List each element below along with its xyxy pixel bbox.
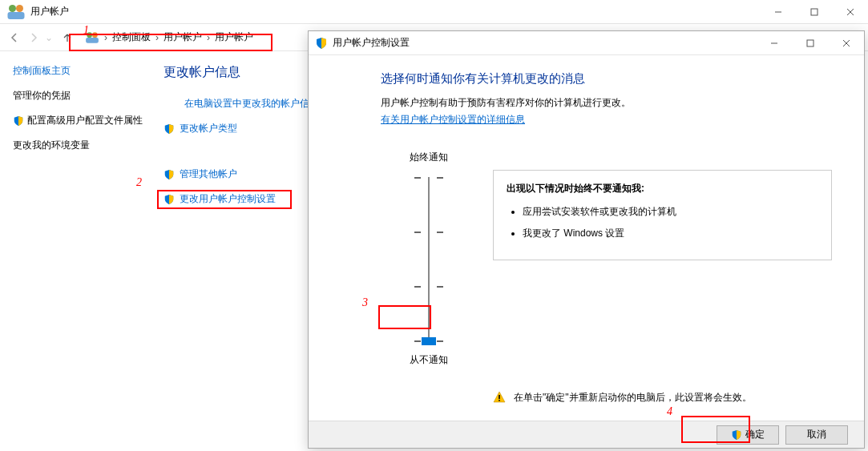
maximize-button[interactable] [796,0,832,24]
shield-icon [315,37,328,50]
svg-rect-11 [807,40,813,46]
sidebar: 控制面板主页 管理你的凭据 配置高级用户配置文件属性 更改我的环境变量 [0,64,144,217]
dialog-window-controls [756,31,864,55]
shield-icon [731,429,742,441]
slider-label-always: 始终通知 [410,151,448,164]
dialog-heading: 选择何时通知你有关计算机更改的消息 [381,71,832,87]
nav-up-button[interactable] [58,28,77,47]
slider-area: 始终通知 从不通知 出现以下情况时始终不要通知我: 应用尝试安装软件或更改我的计… [381,151,832,367]
info-item: 应用尝试安装软件或更改我的计算机 [523,205,818,219]
svg-point-8 [92,32,98,38]
slider-rail [428,177,430,340]
shield-icon [164,194,175,205]
breadcrumb-item-0[interactable]: 控制面板 [109,29,154,46]
svg-point-7 [87,32,92,38]
dialog-description: 用户帐户控制有助于预防有害程序对你的计算机进行更改。 [381,96,832,110]
breadcrumb-item-1[interactable]: 用户帐户 [160,29,205,46]
breadcrumb-icon [85,30,99,45]
option-change-uac[interactable]: 更改用户帐户控制设置 [164,192,319,206]
sidebar-label: 配置高级用户配置文件属性 [27,114,143,127]
warning-text: 在单击"确定"并重新启动你的电脑后，此设置将会生效。 [514,391,752,405]
shield-icon [13,115,24,127]
nav-forward-button[interactable] [24,28,43,47]
sidebar-label: 管理你的凭据 [13,89,71,103]
uac-dialog: 用户帐户控制设置 选择何时通知你有关计算机更改的消息 用户帐户控制有助于预防有害… [308,30,865,449]
dialog-close-button[interactable] [828,31,864,55]
svg-rect-15 [499,400,500,401]
slider-column: 始终通知 从不通知 [381,151,477,367]
dialog-body: 选择何时通知你有关计算机更改的消息 用户帐户控制有助于预防有害程序对你的计算机进… [309,55,864,421]
slider-label-never: 从不通知 [410,353,448,367]
sidebar-item-advanced-profile[interactable]: 配置高级用户配置文件属性 [13,114,144,127]
option-change-account-type[interactable]: 更改帐户类型 [164,122,319,135]
option-manage-other-accounts[interactable]: 管理其他帐户 [164,167,319,181]
dialog-title: 用户帐户控制设置 [333,36,410,50]
slider-tick [414,177,443,178]
breadcrumb[interactable]: › 控制面板 › 用户帐户 › 用户帐户 [82,28,260,47]
ok-button[interactable]: 确定 [717,425,779,445]
nav-history-dropdown[interactable]: ⌄ [45,32,53,43]
chevron-right-icon: › [103,32,109,43]
chevron-right-icon: › [205,32,212,43]
minimize-button[interactable] [760,0,796,24]
svg-rect-2 [8,12,25,19]
slider-tick [414,286,443,287]
slider-tick [414,232,443,232]
content: 更改帐户信息 在电脑设置中更改我的帐户信息 更改帐户类型 管理其他帐户 更改用户… [144,64,319,217]
learn-more-link[interactable]: 有关用户帐户控制设置的详细信息 [381,113,525,127]
svg-point-0 [9,5,16,12]
sidebar-label: 更改我的环境变量 [13,139,90,152]
nav-back-button[interactable] [5,28,24,47]
slider-info-box: 出现以下情况时始终不要通知我: 应用尝试安装软件或更改我的计算机 我更改了 Wi… [493,170,832,260]
svg-rect-14 [499,395,500,399]
svg-rect-4 [811,9,818,15]
content-heading: 更改帐户信息 [164,64,319,81]
option-label: 更改帐户类型 [180,122,237,135]
dialog-maximize-button[interactable] [792,31,828,55]
cancel-label: 取消 [807,428,826,441]
info-heading: 出现以下情况时始终不要通知我: [507,182,818,195]
user-accounts-icon [6,2,26,22]
shield-icon [164,123,175,135]
shield-icon [164,169,175,180]
chevron-right-icon: › [154,32,160,43]
ok-label: 确定 [745,428,765,441]
sidebar-item-env-vars[interactable]: 更改我的环境变量 [13,139,144,152]
main-titlebar: 用户帐户 [0,0,868,24]
option-label: 更改用户帐户控制设置 [180,192,276,206]
control-panel-home-link[interactable]: 控制面板主页 [13,64,144,78]
dialog-footer: 确定 取消 [309,421,864,448]
main-window-controls [760,0,868,24]
option-label: 管理其他帐户 [180,167,237,181]
dialog-minimize-button[interactable] [756,31,792,55]
info-list: 应用尝试安装软件或更改我的计算机 我更改了 Windows 设置 [507,205,818,240]
warning-row: 在单击"确定"并重新启动你的电脑后，此设置将会生效。 [493,391,832,405]
option-change-in-settings[interactable]: 在电脑设置中更改我的帐户信息 [164,97,319,111]
warning-icon [493,391,506,404]
uac-slider[interactable] [413,171,445,347]
sidebar-item-credentials[interactable]: 管理你的凭据 [13,89,144,103]
cancel-button[interactable]: 取消 [785,425,848,445]
breadcrumb-item-2[interactable]: 用户帐户 [212,29,256,46]
dialog-titlebar: 用户帐户控制设置 [309,31,864,55]
slider-thumb[interactable] [422,337,436,345]
close-button[interactable] [832,0,868,24]
main-window-title: 用户帐户 [30,5,69,18]
info-item: 我更改了 Windows 设置 [523,227,818,240]
svg-point-1 [16,5,23,12]
option-label: 在电脑设置中更改我的帐户信息 [184,97,319,111]
svg-rect-9 [86,38,99,43]
